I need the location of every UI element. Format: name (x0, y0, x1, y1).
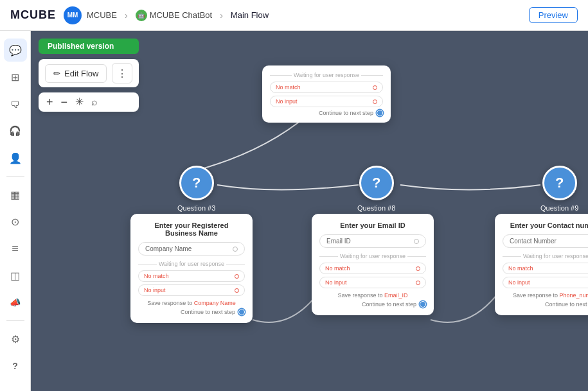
top-no-input: No input (270, 96, 383, 107)
q3-card-title: Enter your Registered Business Name (138, 222, 245, 237)
question-node-3[interactable]: ? Question #3 (177, 166, 215, 212)
q3-waiting: Waiting for user response (138, 261, 245, 267)
chatbot-icon: 🤖 (136, 10, 147, 21)
action-bar: ✏ Edit Flow ⋮ (39, 59, 139, 87)
q8-continue-dot (420, 301, 426, 308)
q8-no-match-dot (416, 266, 420, 271)
preview-button[interactable]: Preview (529, 7, 578, 23)
q3-field-dot (233, 247, 238, 252)
divider-2 (6, 320, 24, 321)
q9-label: Question #9 (540, 204, 578, 212)
q3-no-match: No match (138, 270, 245, 282)
question-node-8[interactable]: ? Question #8 (357, 166, 395, 212)
zoom-out-button[interactable]: − (61, 96, 68, 108)
published-badge: Published version (39, 39, 139, 54)
q8-circle: ? (359, 166, 394, 200)
q8-no-input: No input (319, 277, 426, 288)
top-no-match: No match (270, 82, 383, 93)
q8-field-dot (414, 239, 419, 244)
breadcrumb-mcube: MCUBE (87, 10, 117, 20)
q8-card-title: Enter your Email ID (319, 222, 426, 229)
q8-label: Question #8 (357, 204, 395, 212)
breadcrumb-mainflow: Main Flow (231, 10, 269, 20)
top-continue-dot (377, 110, 383, 116)
toolbar-overlay: Published version ✏ Edit Flow ⋮ + − ✳ ⌕ (31, 31, 147, 119)
q3-continue: Continue to next step (138, 309, 245, 315)
q3-no-input: No input (138, 284, 245, 296)
sidebar-item-chat[interactable]: 💬 (4, 39, 27, 62)
q8-field: Email ID (319, 234, 426, 248)
sidebar-item-box[interactable]: ◫ (4, 264, 27, 287)
avatar: MM (64, 6, 82, 24)
edit-flow-button[interactable]: ✏ Edit Flow (45, 64, 107, 83)
q3-save-response: Save response to Company Name (138, 300, 245, 306)
q9-no-input: No input (503, 277, 588, 288)
q3-card: Enter your Registered Business Name Comp… (130, 214, 253, 323)
sidebar-item-settings-circle[interactable]: ⊙ (4, 210, 27, 233)
sidebar-item-help[interactable]: ? (4, 354, 27, 378)
sidebar-item-person[interactable]: 👤 (4, 146, 27, 169)
logo: MCUBE (10, 8, 56, 22)
sidebar-item-headset[interactable]: 🎧 (4, 119, 27, 143)
q8-save-response: Save response to Email_ID (319, 292, 426, 299)
sidebar-item-list[interactable]: ≡ (4, 237, 27, 260)
q3-no-input-dot (235, 288, 239, 293)
q9-no-match: No match (503, 263, 588, 274)
q9-save-response: Save response to Phone_number (503, 292, 588, 299)
zoom-bar: + − ✳ ⌕ (39, 92, 139, 112)
zoom-reset-button[interactable]: ✳ (75, 97, 84, 107)
zoom-in-button[interactable]: + (46, 96, 53, 108)
search-flow-button[interactable]: ⌕ (91, 97, 98, 107)
divider-1 (6, 176, 24, 177)
breadcrumb-chatbot: 🤖 MCUBE ChatBot (136, 10, 213, 21)
q3-no-match-dot (235, 274, 239, 279)
sidebar-item-grid[interactable]: ⊞ (4, 65, 27, 89)
q9-circle: ? (542, 166, 577, 200)
flow-canvas: Published version ✏ Edit Flow ⋮ + − ✳ ⌕ (31, 31, 588, 391)
q3-field: Company Name (138, 242, 245, 256)
sidebar: 💬 ⊞ 🗨 🎧 👤 ▦ ⊙ ≡ ◫ 📣 ⚙ ? (0, 31, 31, 391)
top-continue-row: Continue to next step (270, 110, 383, 116)
more-options-button[interactable]: ⋮ (112, 63, 132, 83)
q9-waiting: Waiting for user response (503, 253, 588, 259)
q9-field: Contact Number (503, 234, 588, 248)
q3-label: Question #3 (177, 204, 215, 212)
no-input-dot (373, 100, 377, 104)
app-layout: 💬 ⊞ 🗨 🎧 👤 ▦ ⊙ ≡ ◫ 📣 ⚙ ? Published versio… (0, 31, 588, 391)
edit-icon: ✏ (53, 69, 60, 78)
top-card: Waiting for user response No match No in… (262, 65, 391, 123)
q8-no-input-dot (416, 281, 420, 285)
q8-waiting: Waiting for user response (319, 253, 426, 259)
sidebar-item-gear[interactable]: ⚙ (4, 327, 27, 351)
q8-card: Enter your Email ID Email ID Waiting for… (312, 214, 434, 315)
sidebar-item-message[interactable]: 🗨 (4, 92, 27, 116)
q9-card: Enter your Contact number Contact Number… (495, 214, 588, 315)
breadcrumb-sep-2: › (220, 10, 223, 21)
q3-circle: ? (179, 166, 214, 200)
q3-continue-dot (238, 309, 245, 315)
q8-continue: Continue to next step (319, 301, 426, 308)
breadcrumb-sep-1: › (125, 10, 128, 21)
sidebar-item-table[interactable]: ▦ (4, 183, 27, 206)
top-waiting-label: Waiting for user response (270, 72, 383, 78)
q8-no-match: No match (319, 263, 426, 274)
app-header: MCUBE MM MCUBE › 🤖 MCUBE ChatBot › Main … (0, 0, 588, 31)
no-match-dot (373, 85, 377, 90)
q9-card-title: Enter your Contact number (503, 222, 588, 229)
q9-continue: Continue to next step (503, 301, 588, 308)
question-node-9[interactable]: ? Question #9 (540, 166, 578, 212)
sidebar-item-megaphone[interactable]: 📣 (4, 291, 27, 314)
